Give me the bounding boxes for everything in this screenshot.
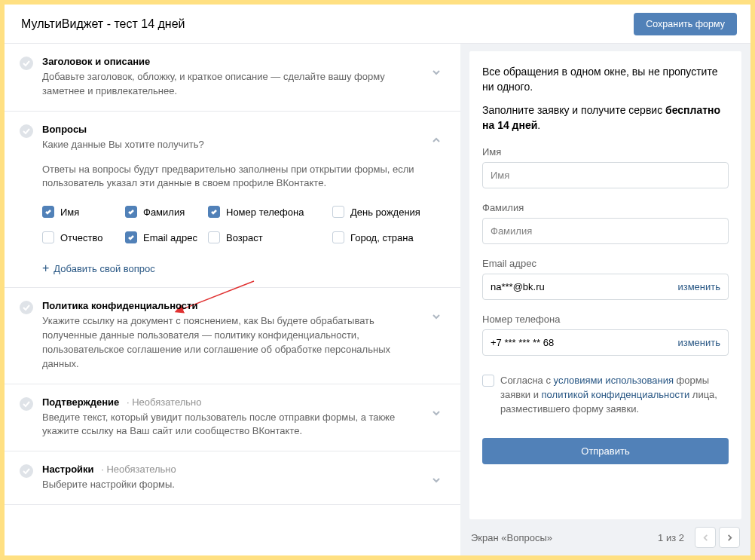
field-name: Имя: [482, 146, 729, 188]
preview-line1: Все обращения в одном окне, вы не пропус…: [482, 64, 729, 95]
checkbox-name[interactable]: Имя: [42, 206, 125, 218]
pager-prev-button[interactable]: [695, 527, 716, 548]
check-icon: [20, 124, 33, 138]
section-title: Заголовок и описание: [42, 56, 421, 67]
name-label: Имя: [482, 146, 729, 158]
check-icon: [20, 301, 33, 314]
checkbox-birthday[interactable]: День рождения: [332, 206, 453, 218]
section-desc: Добавьте заголовок, обложку, и краткое о…: [42, 70, 421, 99]
pager-next-button[interactable]: [719, 527, 740, 548]
section-title: Настройки: [42, 464, 94, 475]
phone-change-link[interactable]: изменить: [677, 337, 720, 348]
surname-label: Фамилия: [482, 202, 729, 213]
checkbox-phone[interactable]: Номер телефона: [208, 206, 332, 218]
body: Заголовок и описание Добавьте заголовок,…: [5, 44, 750, 555]
field-phone: Номер телефона +7 *** *** ** 68 изменить: [482, 314, 729, 356]
chevron-down-icon[interactable]: [427, 63, 445, 81]
chevron-right-icon: [726, 534, 733, 541]
pager: 1 из 2: [658, 527, 740, 548]
field-checkboxes: Имя Фамилия Номер телефона День рож: [42, 206, 445, 243]
section-confirm: Подтверждение · Необязательно Введите те…: [5, 384, 460, 452]
chevron-left-icon: [702, 534, 709, 541]
preview-line2: Заполните заявку и получите сервис беспл…: [482, 103, 729, 133]
phone-value-box: +7 *** *** ** 68 изменить: [482, 329, 729, 356]
optional-badge: · Необязательно: [124, 396, 201, 408]
check-icon: [20, 397, 33, 411]
phone-value: +7 *** *** ** 68: [491, 337, 554, 348]
chevron-down-icon[interactable]: [427, 404, 445, 422]
section-questions: Вопросы Какие данные Вы хотите получить?…: [5, 112, 460, 289]
section-settings: Настройки · Необязательно Выберите настр…: [5, 451, 460, 505]
privacy-link[interactable]: политикой конфиденциальности: [542, 389, 690, 400]
consent-row: Согласна с условиями использования формы…: [482, 374, 729, 417]
section-title: Подтверждение: [42, 396, 119, 408]
submit-button[interactable]: Отправить: [482, 438, 729, 464]
plus-icon: +: [42, 262, 49, 275]
optional-badge: · Необязательно: [99, 464, 176, 475]
name-input[interactable]: [482, 162, 729, 188]
check-icon: [20, 57, 33, 70]
left-panel: Заголовок и описание Добавьте заголовок,…: [5, 44, 460, 555]
preview-footer: Экран «Вопросы» 1 из 2: [460, 519, 750, 555]
field-email: Email адрес na***@bk.ru изменить: [482, 258, 729, 300]
email-label: Email адрес: [482, 258, 729, 269]
save-form-button[interactable]: Сохранить форму: [634, 13, 737, 35]
section-title: Вопросы: [42, 124, 421, 135]
add-question-button[interactable]: + Добавить свой вопрос: [42, 262, 445, 275]
chevron-down-icon[interactable]: [427, 471, 445, 489]
section-desc: Выберите настройки формы.: [42, 478, 421, 492]
section-desc: Какие данные Вы хотите получить?: [42, 138, 421, 152]
email-value: na***@bk.ru: [491, 281, 545, 292]
app-frame: МультиВиджет - тест 14 дней Сохранить фо…: [0, 0, 755, 560]
topbar: МультиВиджет - тест 14 дней Сохранить фо…: [5, 5, 750, 44]
email-change-link[interactable]: изменить: [677, 281, 720, 292]
section-privacy: Политика конфиденциальности Укажите ссыл…: [5, 288, 460, 384]
pager-text: 1 из 2: [658, 532, 684, 543]
checkbox-surname[interactable]: Фамилия: [125, 206, 208, 218]
questions-info: Ответы на вопросы будут предварительно з…: [42, 163, 445, 191]
chevron-down-icon[interactable]: [427, 308, 445, 326]
surname-input[interactable]: [482, 218, 729, 244]
checkbox-age[interactable]: Возраст: [208, 231, 332, 243]
section-header-desc: Заголовок и описание Добавьте заголовок,…: [5, 44, 460, 112]
page-title: МультиВиджет - тест 14 дней: [21, 17, 185, 31]
phone-label: Номер телефона: [482, 314, 729, 325]
consent-checkbox[interactable]: [482, 375, 494, 387]
screen-label: Экран «Вопросы»: [471, 532, 552, 543]
field-surname: Фамилия: [482, 202, 729, 244]
checkbox-city[interactable]: Город, страна: [332, 231, 453, 243]
email-value-box: na***@bk.ru изменить: [482, 274, 729, 300]
checkbox-email[interactable]: Email адрес: [125, 231, 208, 243]
chevron-up-icon[interactable]: [427, 131, 445, 149]
check-icon: [20, 464, 33, 478]
section-title: Политика конфиденциальности: [42, 300, 421, 311]
preview-card: Все обращения в одном окне, вы не пропус…: [469, 51, 741, 519]
section-desc: Укажите ссылку на документ с пояснением,…: [42, 314, 421, 371]
preview-panel: Все обращения в одном окне, вы не пропус…: [460, 44, 750, 555]
terms-link[interactable]: условиями использования: [554, 375, 674, 386]
checkbox-patronymic[interactable]: Отчество: [42, 231, 125, 243]
section-desc: Введите текст, который увидит пользовате…: [42, 411, 421, 439]
